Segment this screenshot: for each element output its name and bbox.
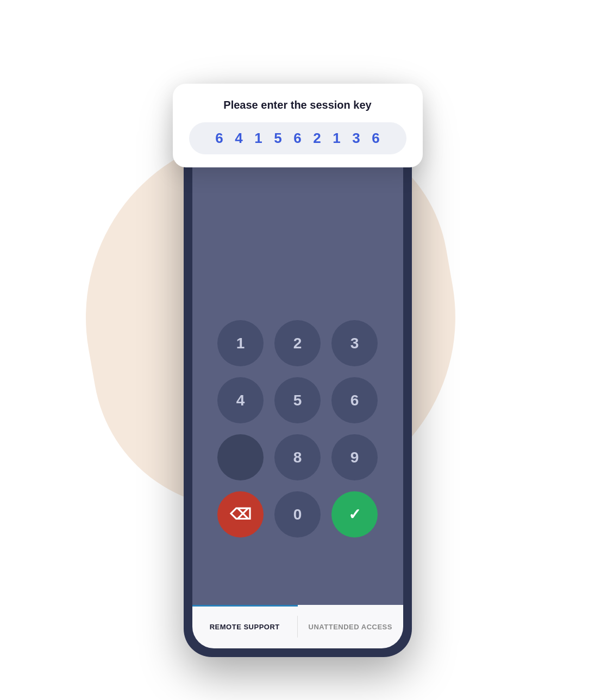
- session-digit-4: 6: [292, 130, 303, 147]
- key-5[interactable]: 5: [274, 377, 321, 423]
- scene: Please enter the session key 641562136 Z…: [53, 24, 542, 676]
- session-digit-2: 1: [253, 130, 264, 147]
- keypad-grid: 1 2 3 4 5 6 8 9 ⌫ 0: [217, 320, 378, 538]
- session-digit-3: 5: [273, 130, 284, 147]
- tab-unattended-access[interactable]: UNATTENDED ACCESS: [298, 605, 403, 648]
- key-0[interactable]: 0: [274, 491, 321, 538]
- checkmark-icon: ✓: [348, 505, 361, 523]
- session-digit-0: 6: [214, 130, 225, 147]
- confirm-button[interactable]: ✓: [331, 491, 378, 538]
- session-digit-6: 1: [331, 130, 342, 147]
- tab-active-indicator: [192, 605, 298, 607]
- phone-device: Z O H O Assist 1 2 3 4: [184, 86, 412, 657]
- key-9[interactable]: 9: [331, 434, 378, 480]
- phone-screen: Z O H O Assist 1 2 3 4: [192, 95, 403, 648]
- key-3[interactable]: 3: [331, 320, 378, 366]
- key-4[interactable]: 4: [217, 377, 264, 423]
- key-6[interactable]: 6: [331, 377, 378, 423]
- key-1[interactable]: 1: [217, 320, 264, 366]
- key-2[interactable]: 2: [274, 320, 321, 366]
- tab-remote-support-label: REMOTE SUPPORT: [210, 623, 280, 631]
- session-key-display: 641562136: [189, 122, 406, 154]
- backspace-icon: ⌫: [230, 505, 252, 523]
- key-8[interactable]: 8: [274, 434, 321, 480]
- key-7[interactable]: [217, 434, 264, 480]
- tab-unattended-access-label: UNATTENDED ACCESS: [309, 623, 392, 631]
- session-digit-1: 4: [234, 130, 245, 147]
- tab-remote-support[interactable]: REMOTE SUPPORT: [192, 605, 298, 648]
- tab-bar: REMOTE SUPPORT UNATTENDED ACCESS: [192, 605, 403, 648]
- delete-button[interactable]: ⌫: [217, 491, 264, 538]
- session-key-card: Please enter the session key 641562136: [173, 84, 423, 167]
- session-digit-5: 2: [312, 130, 323, 147]
- keypad-area: 1 2 3 4 5 6 8 9 ⌫ 0: [192, 253, 403, 605]
- session-digit-8: 6: [371, 130, 381, 147]
- session-key-title: Please enter the session key: [189, 99, 406, 111]
- session-digit-7: 3: [351, 130, 362, 147]
